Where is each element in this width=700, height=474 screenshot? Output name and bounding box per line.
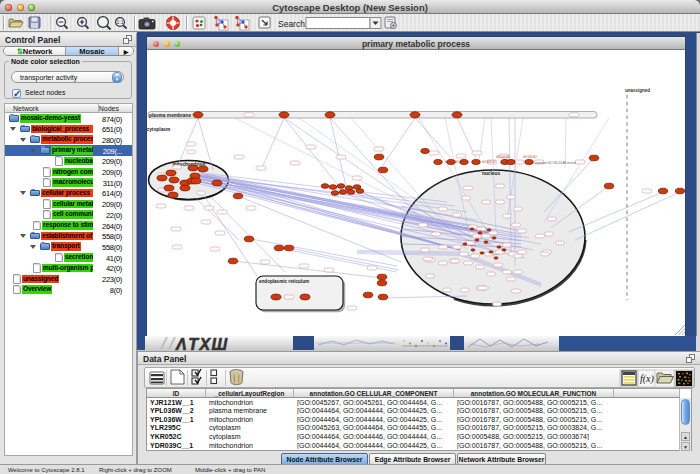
svg-text:GO:00: GO:00 bbox=[484, 242, 492, 245]
svg-text:GO:00: GO:00 bbox=[469, 244, 477, 247]
svg-text:unassigned: unassigned bbox=[625, 88, 650, 93]
svg-text:nucleus: nucleus bbox=[482, 171, 500, 176]
svg-text:GO:004 GO: GO:004 GO bbox=[523, 155, 537, 159]
svg-text:Search:: Search: bbox=[278, 19, 307, 29]
svg-text:GO:00: GO:00 bbox=[475, 229, 483, 232]
svg-text:ΛTXШ: ΛTXШ bbox=[175, 336, 229, 351]
svg-text:GO:004 GO: GO:004 GO bbox=[496, 155, 510, 159]
svg-text:GO:004 GO: GO:004 GO bbox=[482, 160, 496, 164]
svg-text:plasma membrane: plasma membrane bbox=[149, 113, 191, 118]
svg-text:1:1: 1:1 bbox=[117, 19, 124, 25]
svg-text:endoplasmic reticulum: endoplasmic reticulum bbox=[259, 279, 309, 284]
svg-text:annotation GO CELLULAR text an: annotation GO CELLULAR text ann bbox=[535, 161, 577, 165]
svg-text:cytoplasm: cytoplasm bbox=[147, 127, 170, 132]
svg-text:GO:00: GO:00 bbox=[492, 253, 500, 256]
svg-text:f(x): f(x) bbox=[640, 373, 655, 385]
